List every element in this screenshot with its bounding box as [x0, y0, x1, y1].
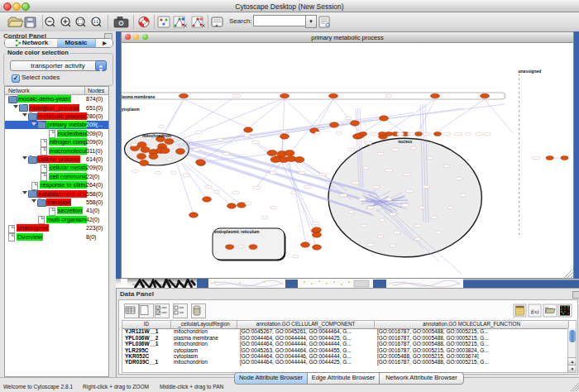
- svg-text:1:1: 1:1: [93, 20, 99, 24]
- svg-text:unassigned: unassigned: [519, 69, 542, 74]
- svg-text:nucleus: nucleus: [398, 140, 413, 144]
- svg-text:endoplasmic reticulum: endoplasmic reticulum: [214, 229, 260, 234]
- svg-text:plasma membrane: plasma membrane: [122, 93, 156, 98]
- svg-text:mitochondrion: mitochondrion: [142, 133, 171, 138]
- svg-text:cytoplasm: cytoplasm: [122, 107, 140, 112]
- svg-text:f(x): f(x): [531, 308, 539, 315]
